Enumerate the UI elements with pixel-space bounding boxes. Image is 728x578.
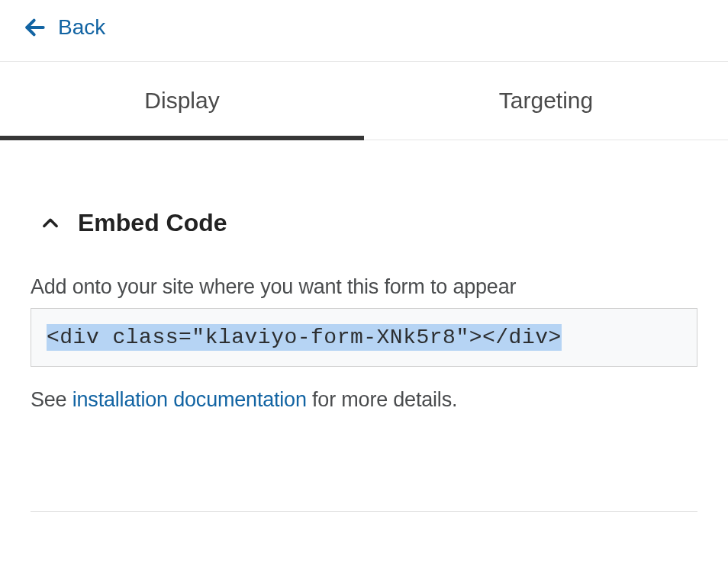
back-label: Back [58, 15, 105, 40]
embed-description: Add onto your site where you want this f… [31, 275, 697, 299]
arrow-left-icon [23, 15, 47, 40]
section-title: Embed Code [78, 209, 227, 237]
content-area: Embed Code Add onto your site where you … [0, 140, 728, 512]
chevron-up-icon [40, 213, 61, 234]
footer-suffix: for more details. [307, 388, 457, 411]
tab-targeting-label: Targeting [499, 88, 593, 113]
section-header-embed-code[interactable]: Embed Code [31, 171, 697, 275]
installation-documentation-link[interactable]: installation documentation [72, 388, 307, 411]
tab-display-label: Display [144, 88, 219, 113]
embed-code-box[interactable]: <div class="klaviyo-form-XNk5r8"></div> [31, 308, 697, 367]
tab-targeting[interactable]: Targeting [364, 62, 728, 140]
back-link[interactable]: Back [0, 0, 728, 61]
footer-text: See installation documentation for more … [31, 388, 697, 412]
divider [31, 511, 697, 512]
tab-display[interactable]: Display [0, 62, 364, 140]
tab-bar: Display Targeting [0, 61, 728, 140]
footer-prefix: See [31, 388, 72, 411]
embed-code-snippet: <div class="klaviyo-form-XNk5r8"></div> [47, 324, 562, 351]
